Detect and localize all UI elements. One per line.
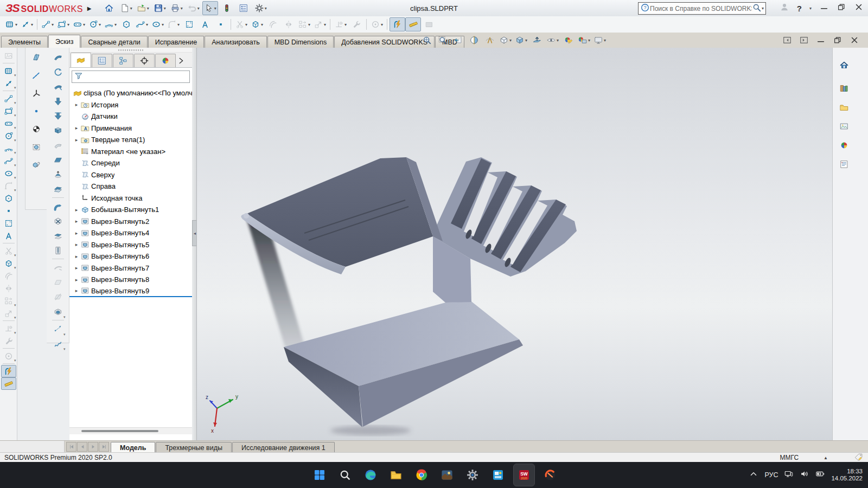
tree-item-Сверху[interactable]: Сверху bbox=[69, 169, 192, 181]
edit-appearance-button[interactable] bbox=[560, 33, 576, 47]
expander-icon[interactable]: ▸ bbox=[73, 265, 80, 271]
ref-point-button[interactable] bbox=[29, 105, 44, 117]
text-button[interactable] bbox=[197, 17, 213, 31]
knit-surface-button[interactable] bbox=[50, 243, 66, 258]
dropdown-arrow-icon[interactable]: ▾ bbox=[557, 38, 559, 43]
taskbar-browser[interactable] bbox=[540, 464, 560, 486]
spline-button[interactable]: ▾ bbox=[1, 155, 16, 167]
tray-chevron-up-icon[interactable] bbox=[749, 469, 758, 481]
logo-flyout-arrow-icon[interactable]: ▶ bbox=[87, 5, 96, 11]
ref-axis-button[interactable] bbox=[29, 69, 44, 81]
tree-item-Вырез-Вытянуть4[interactable]: ▸Вырез-Вытянуть4 bbox=[69, 227, 192, 239]
options-list-button[interactable] bbox=[236, 1, 252, 15]
select-cursor-button[interactable]: ▾ bbox=[202, 1, 218, 15]
revolved-surface-button[interactable] bbox=[50, 65, 66, 79]
win-restore-button[interactable] bbox=[833, 35, 843, 45]
dropdown-arrow-icon[interactable]: ▾ bbox=[146, 22, 148, 27]
dropdown-arrow-icon[interactable]: ▾ bbox=[67, 22, 69, 27]
expander-icon[interactable]: ▸ bbox=[73, 219, 80, 224]
battery-icon[interactable] bbox=[815, 469, 825, 481]
dropdown-arrow-icon[interactable]: ▾ bbox=[15, 22, 17, 27]
tree-item-clipsa (По умолчанию<<По умолча[interactable]: clipsa (По умолчанию<<По умолча bbox=[69, 87, 192, 99]
language-indicator[interactable]: РУС bbox=[764, 471, 778, 479]
tree-item-Справа[interactable]: Справа bbox=[69, 181, 192, 192]
fm-tab-overflow[interactable] bbox=[176, 54, 186, 67]
previous-view-button[interactable] bbox=[450, 33, 466, 47]
custom-properties-tab[interactable] bbox=[835, 157, 853, 172]
window-minimize-button[interactable] bbox=[819, 2, 829, 14]
tab-Исправление[interactable]: Исправление bbox=[148, 36, 204, 48]
zoom-area-button[interactable] bbox=[435, 33, 450, 47]
units-dropdown-icon[interactable]: ▲ bbox=[824, 455, 828, 460]
print-button[interactable]: ▾ bbox=[169, 1, 184, 15]
tree-item-Вырез-Вытянуть9[interactable]: ▸Вырез-Вытянуть9 bbox=[69, 286, 192, 298]
sketch-snaps-button[interactable] bbox=[390, 17, 405, 31]
taskbar-file-explorer[interactable] bbox=[386, 464, 406, 486]
tab-Эскиз[interactable]: Эскиз bbox=[48, 35, 80, 48]
doc-tab-Модель[interactable]: Модель bbox=[111, 442, 155, 453]
user-icon[interactable] bbox=[780, 2, 789, 14]
dropdown-arrow-icon[interactable]: ▾ bbox=[147, 6, 149, 11]
tree-item-Датчики[interactable]: Датчики bbox=[69, 111, 192, 123]
curve-through-points-button[interactable]: ▾ bbox=[50, 322, 66, 336]
pane-right-button[interactable] bbox=[799, 35, 809, 45]
win-close-button[interactable] bbox=[850, 35, 859, 45]
tree-item-Спереди[interactable]: Спереди bbox=[69, 157, 192, 169]
win-min-button[interactable] bbox=[816, 35, 826, 45]
tree-item-Вырез-Вытянуть5[interactable]: ▸Вырез-Вытянуть5 bbox=[69, 239, 192, 251]
display-style-button[interactable]: ▾ bbox=[513, 33, 529, 47]
line-button[interactable]: ▾ bbox=[1, 92, 16, 105]
apply-scene-button[interactable]: ▾ bbox=[576, 33, 592, 47]
sketch-button[interactable]: ▾ bbox=[1, 65, 16, 77]
section-view-button[interactable] bbox=[466, 33, 482, 47]
smart-dimension-button[interactable]: ▾ bbox=[1, 77, 16, 89]
sketch-button[interactable]: ▾ bbox=[3, 17, 19, 31]
tree-item-Вырез-Вытянуть6[interactable]: ▸Вырез-Вытянуть6 bbox=[69, 251, 192, 262]
view-plane-arrow-button[interactable] bbox=[529, 33, 545, 47]
hide-show-eye-button[interactable]: ▾ bbox=[545, 33, 560, 47]
mate-reference-button[interactable] bbox=[29, 158, 44, 171]
appearances-tab[interactable] bbox=[835, 138, 853, 153]
thicken-button[interactable] bbox=[50, 167, 66, 182]
taskbar-solidworks[interactable]: SW2020 bbox=[513, 464, 535, 486]
file-explorer-pane-tab[interactable] bbox=[835, 100, 853, 115]
taskbar-start[interactable] bbox=[309, 464, 330, 486]
projected-curve-button[interactable]: ▾ bbox=[50, 336, 66, 351]
doc-tab-Исследование движения 1[interactable]: Исследование движения 1 bbox=[232, 442, 335, 453]
taskbar-search[interactable] bbox=[335, 464, 355, 486]
tree-item-Материал <не указан>[interactable]: Материал <не указан> bbox=[69, 146, 192, 158]
display-icon[interactable] bbox=[784, 469, 794, 481]
volume-icon[interactable] bbox=[800, 469, 809, 481]
bounding-box-button[interactable] bbox=[29, 140, 44, 153]
lofted-surface-button[interactable] bbox=[50, 108, 66, 123]
tree-filter-input[interactable] bbox=[72, 70, 190, 83]
expander-icon[interactable]: ▸ bbox=[73, 102, 80, 107]
freeform-button[interactable] bbox=[50, 138, 66, 152]
tree-horizontal-scrollbar[interactable] bbox=[69, 427, 192, 434]
units-indicator[interactable]: ММГС bbox=[780, 454, 799, 461]
dropdown-arrow-icon[interactable]: ▾ bbox=[588, 38, 590, 43]
smart-dimension-button[interactable]: ▾ bbox=[19, 17, 35, 31]
boundary-surface-button[interactable] bbox=[50, 79, 66, 94]
expander-icon[interactable]: ▸ bbox=[73, 125, 80, 131]
expander-icon[interactable]: ▸ bbox=[73, 288, 80, 293]
performance-button[interactable] bbox=[219, 1, 235, 15]
taskbar-edge[interactable] bbox=[360, 464, 381, 486]
quick-sketch-button[interactable] bbox=[405, 17, 421, 31]
graphics-viewport[interactable]: z y x bbox=[196, 48, 836, 440]
scrollbar-thumb[interactable] bbox=[81, 430, 158, 432]
flex-button[interactable] bbox=[50, 199, 66, 214]
fm-tab-configurationmanager[interactable] bbox=[113, 54, 133, 67]
view-settings-button[interactable]: ▾ bbox=[592, 33, 608, 47]
window-restore-button[interactable] bbox=[837, 2, 846, 14]
tree-item-Бобышка-Вытянуть1[interactable]: ▸Бобышка-Вытянуть1 bbox=[69, 204, 192, 216]
search-dropdown-icon[interactable]: ▾ bbox=[762, 6, 764, 11]
circle-button[interactable]: ▾ bbox=[87, 17, 103, 31]
expander-icon[interactable]: ▸ bbox=[73, 277, 80, 282]
tab-Анализировать[interactable]: Анализировать bbox=[205, 36, 267, 48]
dropdown-arrow-icon[interactable]: ▾ bbox=[83, 22, 85, 27]
tree-item-Примечания[interactable]: ▸Примечания bbox=[69, 123, 192, 134]
offset-surface-button[interactable] bbox=[50, 182, 66, 196]
dropdown-arrow-icon[interactable]: ▾ bbox=[99, 22, 101, 27]
dropdown-arrow-icon[interactable]: ▾ bbox=[52, 22, 54, 27]
